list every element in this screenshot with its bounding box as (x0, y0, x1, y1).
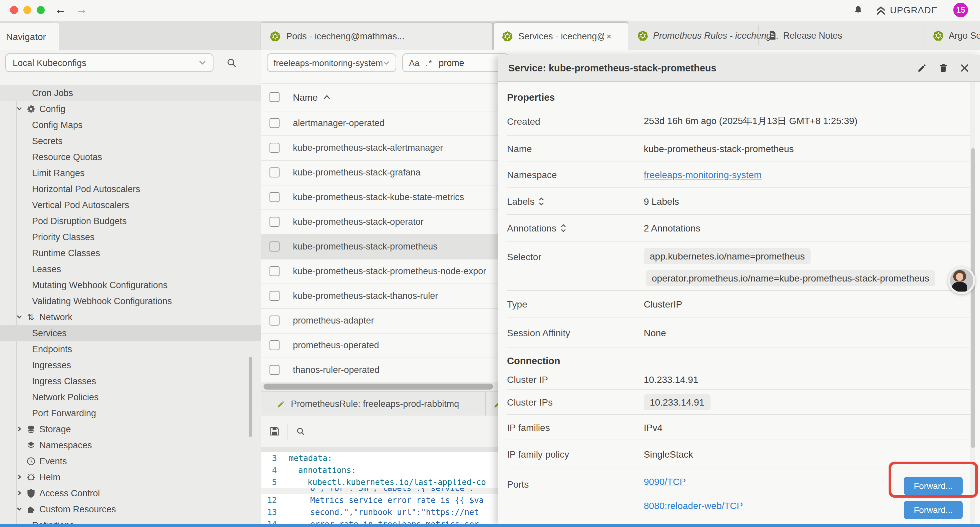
minimize-window-light[interactable] (23, 6, 31, 14)
tab-services-active[interactable]: Services - icecheng@math... × (494, 23, 628, 50)
save-icon[interactable] (269, 426, 280, 437)
labels-count[interactable]: 9 Labels (644, 196, 679, 207)
search-icon[interactable] (226, 57, 237, 69)
annotations-count[interactable]: 2 Annotations (644, 223, 700, 233)
match-case-toggle[interactable]: Aa (409, 58, 420, 68)
sidebar-item-config[interactable]: Config (0, 101, 261, 117)
labels-row: Labels 9 Labels (507, 188, 973, 215)
forward-arrow-icon[interactable]: → (76, 3, 88, 17)
chevron-right-icon (16, 474, 23, 480)
sidebar-item-network[interactable]: ⇅ Network (0, 309, 261, 325)
namespace-link[interactable]: freeleaps-monitoring-system (644, 169, 762, 180)
close-window-light[interactable] (10, 6, 18, 14)
horizontal-scrollbar[interactable] (261, 382, 498, 391)
row-checkbox[interactable] (269, 266, 280, 276)
sidebar-item-mutating-webhook-configurations[interactable]: Mutating Webhook Configurations (0, 277, 261, 293)
select-all-checkbox[interactable] (269, 92, 280, 102)
tab-strip: Navigator Pods - icecheng@mathmas... Ser… (0, 21, 980, 50)
tab-pods[interactable]: Pods - icecheng@mathmas... (261, 23, 492, 50)
bell-icon[interactable] (853, 5, 864, 16)
sidebar-item-storage[interactable]: Storage (0, 421, 261, 437)
expand-chevrons-icon[interactable] (560, 223, 566, 232)
row-checkbox[interactable] (269, 315, 280, 326)
row-checkbox[interactable] (269, 167, 280, 177)
tab-release-notes[interactable]: Release Notes (767, 21, 842, 50)
sidebar-item-secrets[interactable]: Secrets (0, 133, 261, 149)
upgrade-chevrons-icon[interactable] (875, 5, 886, 15)
sidebar-item-namespaces[interactable]: Namespaces (0, 437, 261, 453)
sort-ascending-icon[interactable] (323, 94, 331, 100)
row-checkbox[interactable] (269, 291, 280, 301)
sidebar-item-leases[interactable]: Leases (0, 261, 261, 277)
sidebar-item-helm[interactable]: Helm (0, 469, 261, 485)
sidebar-item-runtime-classes[interactable]: Runtime Classes (0, 245, 261, 261)
sidebar-item-port-forwarding[interactable]: Port Forwarding (0, 405, 261, 421)
regex-toggle[interactable]: .* (426, 58, 433, 68)
window-titlebar: ← → UPGRADE 15 (0, 0, 980, 21)
runbook-url-link[interactable]: https://net (426, 508, 479, 517)
sidebar-item-pod-disruption-budgets[interactable]: Pod Disruption Budgets (0, 213, 261, 229)
delete-trash-icon[interactable] (935, 59, 952, 77)
back-arrow-icon[interactable]: ← (55, 3, 66, 17)
tab-divider (758, 25, 759, 45)
database-icon (25, 424, 36, 434)
close-icon[interactable] (956, 59, 973, 77)
layers-icon (25, 439, 36, 450)
sidebar-item-resource-quotas[interactable]: Resource Quotas (0, 149, 261, 165)
row-checkbox[interactable] (269, 143, 280, 153)
app-window: ← → UPGRADE 15 Navigator Pods - icecheng… (0, 0, 980, 527)
sidebar-item-events[interactable]: Events (0, 453, 261, 469)
row-checkbox[interactable] (269, 340, 280, 350)
document-icon (767, 30, 778, 41)
gear-icon (25, 103, 36, 114)
tab-argo[interactable]: Argo Se (932, 21, 980, 50)
row-checkbox[interactable] (269, 118, 280, 128)
type-row: Type ClusterIP (507, 291, 973, 318)
dock-tab-prometheusrule[interactable]: PrometheusRule: freeleaps-prod-rabbitmq (261, 399, 485, 409)
sidebar-item-endpoints[interactable]: Endpoints (0, 341, 261, 357)
editor-search-icon[interactable] (296, 426, 306, 436)
sidebar-item-ingresses[interactable]: Ingresses (0, 357, 261, 373)
notification-badge[interactable]: 15 (953, 3, 968, 18)
details-scrollbar-thumb[interactable] (971, 148, 975, 448)
port-link[interactable]: 8080:reloader-web/TCP (644, 500, 743, 511)
sidebar-item-services[interactable]: Services (0, 325, 261, 341)
details-body: Properties Created 253d 16h 6m ago (2025… (498, 81, 973, 524)
namespace-filter-value: freeleaps-monitoring-system (274, 58, 383, 68)
row-checkbox[interactable] (269, 242, 280, 252)
sidebar-item-config-maps[interactable]: Config Maps (0, 117, 261, 133)
sidebar-item-horizontal-pod-autoscalers[interactable]: Horizontal Pod Autoscalers (0, 181, 261, 197)
close-tab-icon[interactable]: × (606, 31, 611, 41)
namespace-filter-select[interactable]: freeleaps-monitoring-system (267, 53, 396, 72)
sidebar-item-ingress-classes[interactable]: Ingress Classes (0, 373, 261, 389)
user-avatar[interactable] (948, 267, 975, 294)
port-link[interactable]: 9090/TCP (644, 476, 743, 487)
sidebar-item-validating-webhook-configurations[interactable]: Validating Webhook Configurations (0, 293, 261, 309)
sidebar-item-cron-jobs[interactable]: Cron Jobs (0, 85, 261, 101)
upgrade-button[interactable]: UPGRADE (890, 5, 938, 15)
row-checkbox[interactable] (269, 192, 280, 202)
row-checkbox[interactable] (269, 365, 280, 375)
tab-prometheus-rules[interactable]: Prometheus Rules - icecheng... (637, 21, 779, 50)
sidebar-item-access-control[interactable]: Access Control (0, 485, 261, 501)
kubeconfig-selector[interactable]: Local Kubeconfigs (5, 53, 213, 72)
row-checkbox[interactable] (269, 217, 280, 227)
sidebar-item-custom-resources[interactable]: Custom Resources (0, 501, 261, 517)
name-column-header[interactable]: Name (293, 92, 318, 102)
inactive-tabs-zone: Prometheus Rules - icecheng... Release N… (628, 21, 980, 50)
edit-pencil-icon[interactable] (913, 59, 931, 77)
navigator-strip-filler (54, 21, 261, 50)
chevron-down-icon (16, 314, 23, 320)
search-input[interactable]: Aa .* prome (402, 53, 509, 72)
horizontal-scrollbar-thumb[interactable] (264, 384, 493, 390)
sidebar-scrollbar-thumb[interactable] (249, 357, 252, 437)
sidebar-item-vertical-pod-autoscalers[interactable]: Vertical Pod Autoscalers (0, 197, 261, 213)
sidebar-item-network-policies[interactable]: Network Policies (0, 389, 261, 405)
sidebar-item-priority-classes[interactable]: Priority Classes (0, 229, 261, 245)
sidebar-item-limit-ranges[interactable]: Limit Ranges (0, 165, 261, 181)
kubernetes-icon (269, 31, 281, 42)
expand-chevrons-icon[interactable] (539, 196, 545, 206)
forward-port-button[interactable]: Forward... (904, 501, 963, 519)
navigator-panel-tab[interactable]: Navigator (0, 23, 59, 50)
maximize-window-light[interactable] (37, 6, 45, 14)
